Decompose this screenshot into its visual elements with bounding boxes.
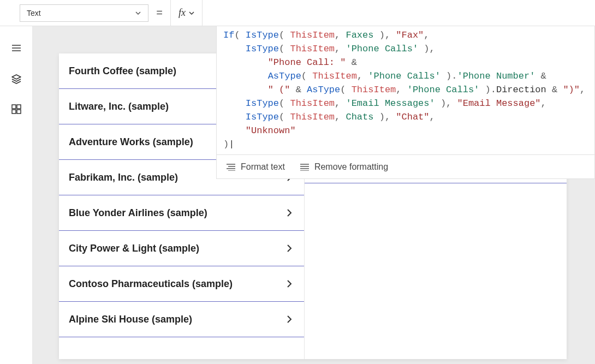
- account-row[interactable]: Alpine Ski House (sample): [59, 302, 304, 337]
- formula-toolbar: Format text Remove formatting: [217, 154, 594, 178]
- chevron-down-icon: [189, 10, 194, 16]
- canvas-area: Fourth Coffee (sample)Litware, Inc. (sam…: [33, 26, 595, 364]
- property-dropdown-label: Text: [27, 9, 41, 17]
- svg-rect-2: [12, 110, 16, 114]
- svg-rect-3: [17, 110, 21, 114]
- format-text-button[interactable]: Format text: [227, 162, 285, 172]
- format-text-label: Format text: [241, 162, 285, 172]
- layers-icon[interactable]: [11, 73, 22, 86]
- apps-icon[interactable]: [11, 104, 22, 117]
- account-label: Litware, Inc. (sample): [69, 101, 169, 112]
- formula-text-area[interactable]: If( IsType( ThisItem, Faxes ), "Fax", Is…: [217, 26, 594, 154]
- format-text-icon: [227, 163, 235, 171]
- equals-sign: =: [148, 7, 170, 19]
- fx-label: fx: [178, 7, 186, 19]
- account-row[interactable]: Contoso Pharmaceuticals (sample): [59, 266, 304, 302]
- account-label: City Power & Light (sample): [69, 243, 199, 254]
- property-dropdown[interactable]: Text: [20, 4, 148, 22]
- chevron-right-icon: [284, 243, 294, 253]
- left-nav-rail: [0, 0, 33, 364]
- account-row[interactable]: Blue Yonder Airlines (sample): [59, 195, 304, 231]
- chevron-down-icon: [135, 10, 141, 16]
- chevron-right-icon: [284, 279, 294, 289]
- remove-formatting-icon: [300, 163, 309, 171]
- account-label: Adventure Works (sample): [69, 136, 193, 148]
- remove-formatting-label: Remove formatting: [314, 162, 388, 172]
- account-label: Fourth Coffee (sample): [69, 65, 176, 77]
- account-label: Alpine Ski House (sample): [69, 314, 192, 325]
- account-label: Fabrikam, Inc. (sample): [69, 172, 178, 183]
- chevron-right-icon: [284, 314, 294, 324]
- hamburger-icon[interactable]: [11, 43, 22, 56]
- remove-formatting-button[interactable]: Remove formatting: [300, 162, 388, 172]
- fx-button[interactable]: fx: [170, 0, 203, 26]
- chevron-right-icon: [284, 208, 294, 218]
- account-label: Contoso Pharmaceuticals (sample): [69, 278, 233, 290]
- account-row[interactable]: City Power & Light (sample): [59, 231, 304, 266]
- formula-editor-panel: If( IsType( ThisItem, Faxes ), "Fax", Is…: [216, 26, 595, 179]
- formula-bar: Text = fx: [0, 0, 595, 26]
- svg-rect-0: [12, 105, 16, 109]
- account-label: Blue Yonder Airlines (sample): [69, 207, 207, 219]
- svg-rect-1: [17, 105, 21, 109]
